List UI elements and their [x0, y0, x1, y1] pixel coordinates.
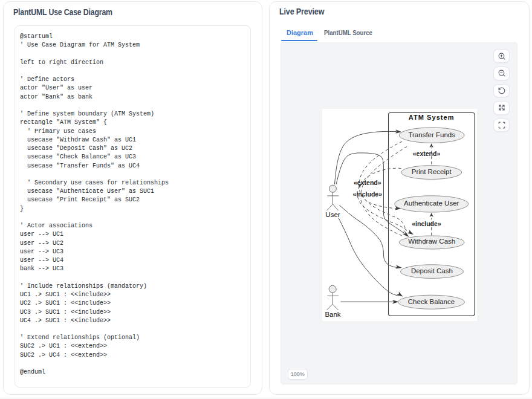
svg-text:Withdraw Cash: Withdraw Cash: [408, 238, 455, 245]
svg-text:Check Balance: Check Balance: [407, 297, 454, 305]
svg-text:Print Receipt: Print Receipt: [411, 167, 452, 175]
svg-text:«include»: «include»: [412, 219, 441, 227]
svg-text:«include»: «include»: [352, 190, 382, 197]
svg-text:«extend»: «extend»: [354, 178, 381, 186]
svg-text:Bank: Bank: [325, 310, 340, 317]
svg-text:Authenticate User: Authenticate User: [403, 199, 459, 207]
svg-text:Transfer Funds: Transfer Funds: [408, 131, 455, 138]
svg-text:«extend»: «extend»: [412, 150, 440, 157]
svg-text:User: User: [325, 210, 340, 218]
svg-text:ATM System: ATM System: [408, 113, 454, 120]
svg-text:Deposit Cash: Deposit Cash: [410, 267, 452, 274]
